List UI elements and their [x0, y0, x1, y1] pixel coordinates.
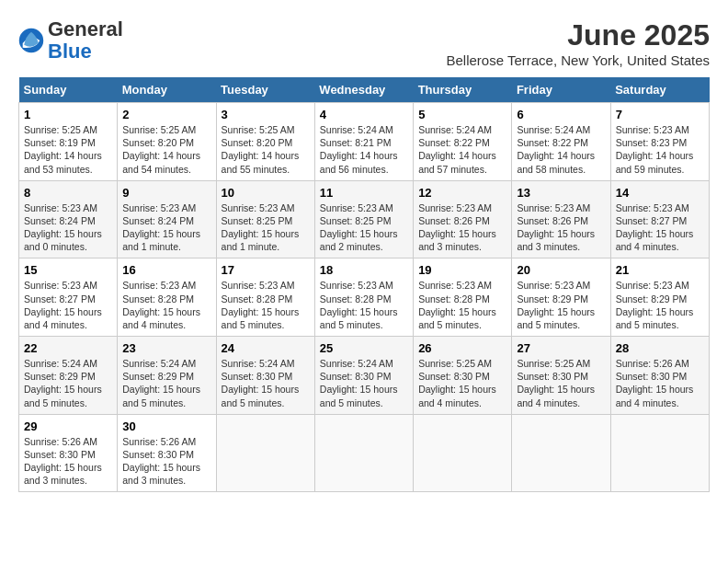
day-cell: 28Sunrise: 5:26 AM Sunset: 8:30 PM Dayli…: [610, 337, 709, 415]
day-number: 25: [320, 341, 408, 355]
day-cell: 5Sunrise: 5:24 AM Sunset: 8:22 PM Daylig…: [414, 103, 512, 181]
day-info: Sunrise: 5:23 AM Sunset: 8:29 PM Dayligh…: [517, 279, 605, 331]
day-cell: 27Sunrise: 5:25 AM Sunset: 8:30 PM Dayli…: [512, 337, 610, 415]
day-cell: 10Sunrise: 5:23 AM Sunset: 8:25 PM Dayli…: [216, 180, 314, 259]
column-header-friday: Friday: [512, 77, 610, 103]
day-cell: [512, 414, 610, 492]
day-info: Sunrise: 5:26 AM Sunset: 8:30 PM Dayligh…: [122, 435, 210, 488]
day-cell: 22Sunrise: 5:24 AM Sunset: 8:29 PM Dayli…: [19, 337, 118, 415]
day-number: 2: [122, 108, 210, 121]
column-header-tuesday: Tuesday: [216, 77, 314, 103]
day-number: 14: [616, 186, 704, 200]
day-cell: 20Sunrise: 5:23 AM Sunset: 8:29 PM Dayli…: [512, 259, 610, 337]
day-number: 15: [24, 263, 112, 277]
day-number: 19: [418, 263, 506, 277]
day-number: 29: [24, 419, 112, 433]
day-info: Sunrise: 5:23 AM Sunset: 8:25 PM Dayligh…: [320, 201, 408, 254]
location-title: Bellerose Terrace, New York, United Stat…: [446, 52, 710, 68]
day-number: 24: [222, 341, 310, 355]
day-info: Sunrise: 5:23 AM Sunset: 8:27 PM Dayligh…: [616, 201, 704, 254]
day-number: 20: [517, 263, 605, 277]
day-number: 12: [418, 186, 506, 200]
day-cell: 17Sunrise: 5:23 AM Sunset: 8:28 PM Dayli…: [216, 259, 314, 337]
column-header-monday: Monday: [118, 77, 216, 103]
day-number: 26: [418, 341, 506, 355]
day-cell: [216, 414, 314, 492]
week-row-3: 15Sunrise: 5:23 AM Sunset: 8:27 PM Dayli…: [19, 259, 710, 337]
logo-icon: [18, 28, 44, 53]
logo-blue: Blue: [48, 40, 92, 63]
day-cell: 25Sunrise: 5:24 AM Sunset: 8:30 PM Dayli…: [314, 337, 413, 415]
week-row-5: 29Sunrise: 5:26 AM Sunset: 8:30 PM Dayli…: [19, 414, 710, 492]
week-row-4: 22Sunrise: 5:24 AM Sunset: 8:29 PM Dayli…: [19, 337, 710, 415]
day-cell: 16Sunrise: 5:23 AM Sunset: 8:28 PM Dayli…: [118, 259, 216, 337]
day-number: 22: [24, 341, 112, 355]
day-number: 18: [320, 263, 408, 277]
day-cell: [610, 414, 709, 492]
day-info: Sunrise: 5:26 AM Sunset: 8:30 PM Dayligh…: [24, 435, 112, 488]
day-cell: 1Sunrise: 5:25 AM Sunset: 8:19 PM Daylig…: [19, 103, 118, 181]
day-number: 1: [24, 108, 112, 121]
day-number: 11: [320, 186, 408, 200]
day-info: Sunrise: 5:23 AM Sunset: 8:29 PM Dayligh…: [616, 279, 704, 331]
day-cell: 4Sunrise: 5:24 AM Sunset: 8:21 PM Daylig…: [314, 103, 413, 181]
day-cell: [414, 414, 512, 492]
day-info: Sunrise: 5:25 AM Sunset: 8:30 PM Dayligh…: [418, 357, 506, 409]
day-cell: 12Sunrise: 5:23 AM Sunset: 8:26 PM Dayli…: [414, 180, 512, 259]
day-info: Sunrise: 5:25 AM Sunset: 8:20 PM Dayligh…: [122, 123, 210, 176]
day-cell: 29Sunrise: 5:26 AM Sunset: 8:30 PM Dayli…: [19, 414, 118, 492]
day-cell: 15Sunrise: 5:23 AM Sunset: 8:27 PM Dayli…: [19, 259, 118, 337]
calendar-table: SundayMondayTuesdayWednesdayThursdayFrid…: [18, 77, 710, 492]
day-info: Sunrise: 5:25 AM Sunset: 8:30 PM Dayligh…: [517, 357, 605, 409]
day-info: Sunrise: 5:23 AM Sunset: 8:28 PM Dayligh…: [320, 279, 408, 331]
day-cell: 11Sunrise: 5:23 AM Sunset: 8:25 PM Dayli…: [314, 180, 413, 259]
column-header-saturday: Saturday: [610, 77, 709, 103]
day-cell: 3Sunrise: 5:25 AM Sunset: 8:20 PM Daylig…: [216, 103, 314, 181]
day-info: Sunrise: 5:24 AM Sunset: 8:21 PM Dayligh…: [320, 123, 408, 176]
day-cell: 8Sunrise: 5:23 AM Sunset: 8:24 PM Daylig…: [19, 180, 118, 259]
day-info: Sunrise: 5:23 AM Sunset: 8:26 PM Dayligh…: [517, 201, 605, 254]
day-number: 13: [517, 186, 605, 200]
day-cell: 21Sunrise: 5:23 AM Sunset: 8:29 PM Dayli…: [610, 259, 709, 337]
day-number: 3: [222, 108, 310, 121]
day-number: 5: [418, 108, 506, 121]
day-info: Sunrise: 5:23 AM Sunset: 8:24 PM Dayligh…: [24, 201, 112, 254]
day-info: Sunrise: 5:24 AM Sunset: 8:22 PM Dayligh…: [418, 123, 506, 176]
page-header: General Blue June 2025 Bellerose Terrace…: [18, 18, 710, 68]
day-cell: 6Sunrise: 5:24 AM Sunset: 8:22 PM Daylig…: [512, 103, 610, 181]
day-info: Sunrise: 5:24 AM Sunset: 8:29 PM Dayligh…: [24, 357, 112, 409]
day-number: 28: [616, 341, 704, 355]
day-info: Sunrise: 5:24 AM Sunset: 8:30 PM Dayligh…: [320, 357, 408, 409]
day-info: Sunrise: 5:23 AM Sunset: 8:28 PM Dayligh…: [122, 279, 210, 331]
day-cell: 26Sunrise: 5:25 AM Sunset: 8:30 PM Dayli…: [414, 337, 512, 415]
day-cell: 18Sunrise: 5:23 AM Sunset: 8:28 PM Dayli…: [314, 259, 413, 337]
day-number: 16: [122, 263, 210, 277]
day-cell: 9Sunrise: 5:23 AM Sunset: 8:24 PM Daylig…: [118, 180, 216, 259]
day-info: Sunrise: 5:23 AM Sunset: 8:26 PM Dayligh…: [418, 201, 506, 254]
month-title: June 2025: [446, 18, 710, 52]
week-row-1: 1Sunrise: 5:25 AM Sunset: 8:19 PM Daylig…: [19, 103, 710, 181]
day-number: 7: [616, 108, 704, 121]
day-cell: 19Sunrise: 5:23 AM Sunset: 8:28 PM Dayli…: [414, 259, 512, 337]
day-cell: [314, 414, 413, 492]
day-number: 23: [122, 341, 210, 355]
day-cell: 2Sunrise: 5:25 AM Sunset: 8:20 PM Daylig…: [118, 103, 216, 181]
day-info: Sunrise: 5:24 AM Sunset: 8:29 PM Dayligh…: [122, 357, 210, 409]
day-number: 17: [222, 263, 310, 277]
column-header-thursday: Thursday: [414, 77, 512, 103]
day-cell: 23Sunrise: 5:24 AM Sunset: 8:29 PM Dayli…: [118, 337, 216, 415]
day-info: Sunrise: 5:24 AM Sunset: 8:22 PM Dayligh…: [517, 123, 605, 176]
day-cell: 7Sunrise: 5:23 AM Sunset: 8:23 PM Daylig…: [610, 103, 709, 181]
day-number: 8: [24, 186, 112, 200]
day-info: Sunrise: 5:23 AM Sunset: 8:23 PM Dayligh…: [616, 123, 704, 176]
day-info: Sunrise: 5:23 AM Sunset: 8:27 PM Dayligh…: [24, 279, 112, 331]
day-number: 27: [517, 341, 605, 355]
day-info: Sunrise: 5:25 AM Sunset: 8:20 PM Dayligh…: [222, 123, 310, 176]
day-number: 30: [122, 419, 210, 433]
day-info: Sunrise: 5:26 AM Sunset: 8:30 PM Dayligh…: [616, 357, 704, 409]
day-cell: 30Sunrise: 5:26 AM Sunset: 8:30 PM Dayli…: [118, 414, 216, 492]
calendar-header-row: SundayMondayTuesdayWednesdayThursdayFrid…: [19, 77, 710, 103]
day-info: Sunrise: 5:23 AM Sunset: 8:28 PM Dayligh…: [418, 279, 506, 331]
logo: General Blue: [18, 18, 123, 63]
day-info: Sunrise: 5:23 AM Sunset: 8:24 PM Dayligh…: [122, 201, 210, 254]
